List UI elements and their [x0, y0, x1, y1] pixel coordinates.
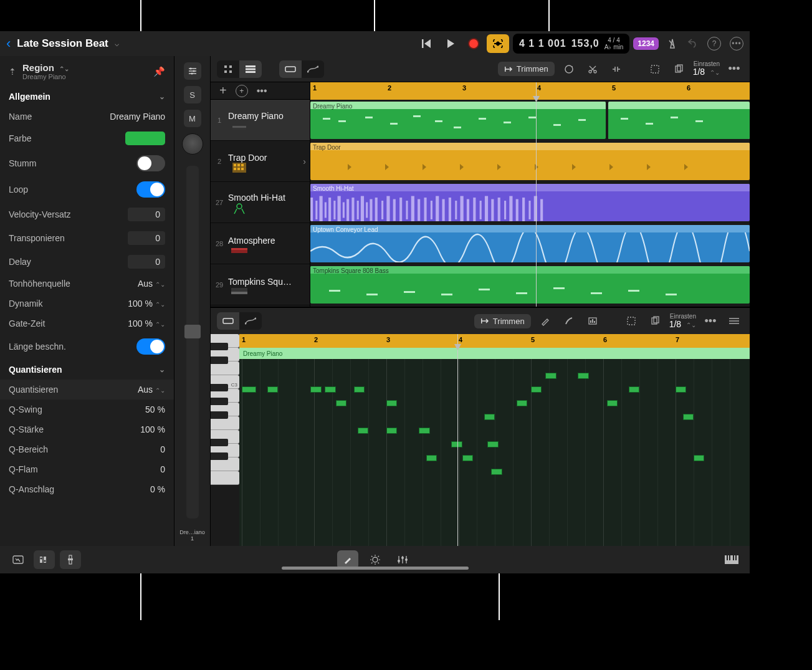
automation-view-button[interactable] — [239, 312, 262, 330]
midi-note[interactable] — [676, 386, 686, 393]
region-dreamy-piano[interactable]: Dreamy Piano — [310, 102, 606, 139]
brush-icon[interactable] — [560, 312, 578, 330]
region-bass[interactable]: Tompkins Square 808 Bass — [310, 266, 750, 304]
regions-button[interactable] — [279, 60, 302, 78]
region-atmosphere[interactable]: Uptown Conveyor Lead — [310, 225, 750, 262]
qflam-value[interactable]: 0 — [128, 464, 165, 474]
editor-copy-icon[interactable] — [646, 312, 664, 330]
loop-tool-icon[interactable] — [560, 60, 578, 78]
section-quantize-label[interactable]: Quantisieren — [9, 365, 62, 375]
join-icon[interactable] — [607, 60, 626, 78]
lcd-display[interactable]: 4 1 1 001 153,0 4 / 4 A♭ min — [513, 34, 629, 54]
project-title[interactable]: Late Session Beat — [17, 37, 108, 50]
midi-note[interactable] — [267, 386, 278, 393]
grid-view-button[interactable] — [217, 60, 239, 78]
piano-roll-grid[interactable]: 1 2 3 4 5 6 7 Dreamy Piano — [239, 334, 750, 546]
disclosure-icon[interactable]: › — [303, 156, 306, 166]
midi-note[interactable] — [531, 386, 542, 393]
mute-toggle[interactable] — [136, 155, 165, 171]
track-header[interactable]: 2 Trap Door › — [211, 141, 310, 182]
record-button[interactable] — [464, 34, 483, 53]
solo-button[interactable]: S — [184, 86, 201, 103]
midi-note[interactable] — [325, 386, 335, 393]
region-hihat[interactable]: Smooth Hi-Hat — [310, 184, 750, 221]
editor-playhead[interactable] — [457, 334, 458, 546]
cycle-button[interactable] — [487, 34, 509, 53]
display-mode-button[interactable]: 1234 — [633, 37, 659, 50]
automation-button[interactable] — [302, 60, 324, 78]
snap-display[interactable]: Einrasten 1/8 ⌃⌄ — [693, 60, 720, 77]
quantize-value[interactable]: Aus⌃⌄ — [128, 385, 165, 395]
pan-knob[interactable] — [182, 133, 203, 155]
midi-note[interactable] — [426, 455, 437, 461]
midi-note[interactable] — [242, 386, 256, 393]
track-header[interactable]: 1 Dreamy Piano — [211, 100, 310, 141]
mute-button[interactable]: M — [184, 110, 201, 127]
editor-trim-button[interactable]: Trimmen — [474, 314, 531, 328]
filter-icon[interactable] — [184, 62, 201, 80]
trim-button[interactable]: Trimmen — [498, 62, 555, 76]
cliplen-toggle[interactable] — [136, 338, 165, 355]
track-more-icon[interactable]: ••• — [257, 85, 267, 97]
editor-marquee-icon[interactable] — [622, 312, 641, 330]
track-header[interactable]: 27 Smooth Hi-Hat — [211, 182, 310, 223]
midi-note[interactable] — [578, 373, 588, 379]
midi-note[interactable] — [694, 455, 704, 461]
inspector-up-icon[interactable]: ⇡ — [9, 67, 16, 77]
play-button[interactable] — [441, 34, 461, 53]
list-view-button[interactable] — [239, 60, 262, 78]
midi-note[interactable] — [487, 441, 498, 447]
midi-note[interactable] — [491, 469, 502, 475]
keyboard-button[interactable] — [721, 550, 742, 569]
undo-button[interactable] — [686, 37, 699, 50]
fader-button[interactable] — [60, 550, 81, 569]
midi-note[interactable] — [386, 400, 397, 406]
color-swatch[interactable] — [125, 132, 165, 145]
transpose-value[interactable]: 0 — [128, 231, 165, 245]
midi-note[interactable] — [419, 428, 429, 434]
qrange-value[interactable]: 0 — [128, 444, 165, 454]
midi-note[interactable] — [545, 373, 556, 379]
velocity-icon[interactable] — [583, 312, 602, 330]
dynamics-value[interactable]: 100 %⌃⌄ — [128, 299, 165, 309]
midi-note[interactable] — [336, 400, 346, 406]
mixer-button[interactable] — [34, 550, 55, 569]
copy-icon[interactable] — [669, 60, 688, 78]
region-dreamy-piano-loop[interactable] — [608, 102, 750, 139]
gate-value[interactable]: 100 %⌃⌄ — [128, 318, 165, 328]
midi-note[interactable] — [517, 400, 527, 406]
note-grid[interactable] — [239, 359, 750, 546]
bar-ruler[interactable]: 1 2 3 4 5 6 — [310, 82, 750, 100]
midi-note[interactable] — [358, 428, 368, 434]
name-value[interactable]: Dreamy Piano — [110, 112, 165, 122]
qvel-value[interactable]: 0 % — [128, 484, 165, 494]
editor-snap-display[interactable]: Einrasten 1/8 ⌃⌄ — [669, 313, 696, 329]
track-header[interactable]: 29 Tompkins Squ… — [211, 264, 310, 305]
pitchsrc-value[interactable]: Aus⌃⌄ — [128, 279, 165, 289]
qswing-value[interactable]: 50 % — [128, 404, 165, 414]
editor-region-strip[interactable]: Dreamy Piano — [239, 348, 750, 359]
midi-note[interactable] — [310, 386, 321, 393]
scissors-icon[interactable] — [583, 60, 602, 78]
midi-note[interactable] — [683, 414, 694, 420]
loop-toggle[interactable] — [136, 181, 165, 198]
track-header[interactable]: 28 Atmosphere — [211, 223, 310, 264]
pin-icon[interactable]: 📌 — [153, 66, 165, 77]
browser-button[interactable] — [7, 550, 29, 569]
editor-list-icon[interactable] — [725, 312, 743, 330]
pencil-icon[interactable] — [536, 312, 555, 330]
midi-note[interactable] — [607, 400, 618, 406]
metronome-button[interactable] — [662, 34, 682, 53]
midi-note[interactable] — [629, 386, 639, 393]
add-track-button[interactable]: + — [219, 84, 227, 98]
delay-value[interactable]: 0 — [128, 255, 165, 269]
go-to-start-button[interactable] — [417, 34, 437, 53]
timeline[interactable]: 1 2 3 4 5 6 Dreamy Piano — [310, 82, 750, 307]
editor-more-icon[interactable]: ••• — [701, 312, 720, 330]
volume-fader[interactable] — [186, 166, 199, 519]
qstrength-value[interactable]: 100 % — [128, 424, 165, 434]
notes-view-button[interactable] — [217, 312, 239, 330]
velocity-value[interactable]: 0 — [128, 208, 165, 221]
more-menu-button[interactable]: ••• — [730, 37, 743, 50]
duplicate-track-button[interactable]: + — [236, 85, 248, 97]
